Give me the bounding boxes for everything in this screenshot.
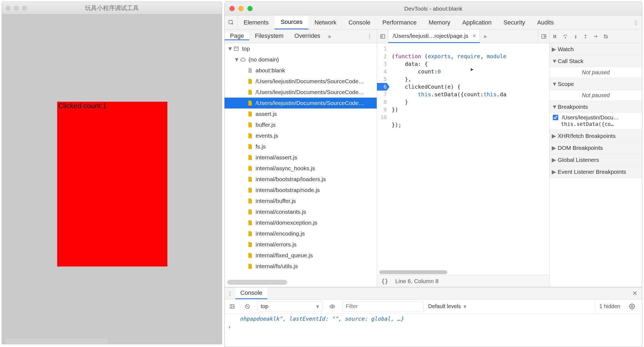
breakpoint-item[interactable]: /Users/leejustin/Docu… this.setData({co… (550, 113, 642, 130)
gutter-line[interactable]: 3 (377, 60, 387, 68)
tree-top-frame[interactable]: ▼ top (225, 43, 377, 54)
tab-elements[interactable]: Elements (238, 16, 275, 29)
breakpoint-checkbox[interactable] (553, 115, 558, 120)
gutter-line[interactable]: 5 (377, 75, 387, 83)
gutter-line[interactable]: 10 (377, 113, 387, 121)
breakpoints-section-header[interactable]: ▼Breakpoints (550, 101, 642, 113)
gutter-line[interactable]: 7 (377, 91, 387, 98)
close-drawer-icon[interactable]: ✕ (627, 290, 642, 297)
tree-file[interactable]: /Users/leejustin/Documents/SourceCode… (225, 87, 377, 98)
kebab-menu-icon[interactable]: ⋮ (630, 16, 642, 29)
tree-file[interactable]: buffer.js (225, 119, 377, 130)
traffic-zoom-icon[interactable] (247, 6, 253, 11)
app-titlebar[interactable]: 玩具小程序调试工具 (2, 2, 222, 14)
horizontal-scrollbar[interactable] (227, 280, 287, 285)
hidden-messages-count[interactable]: 1 hidden (595, 299, 625, 313)
tab-sources[interactable]: Sources (275, 16, 309, 29)
tree-file[interactable]: /Users/leejustin/Documents/SourceCode… (225, 76, 377, 87)
tree-domain[interactable]: ▼ (no domain) (225, 54, 377, 65)
tree-file[interactable]: internal/encoding.js (225, 228, 377, 239)
gutter-line[interactable]: 6 (377, 83, 387, 91)
console-output[interactable]: nhpapdoeaklk", lastEventId: "", source: … (225, 314, 642, 347)
kebab-menu-icon[interactable]: ⋮ (363, 33, 377, 40)
traffic-close-icon[interactable] (229, 6, 235, 11)
tab-performance[interactable]: Performance (376, 16, 423, 29)
show-debugger-icon[interactable] (538, 30, 549, 43)
tree-file[interactable]: assert.js (225, 109, 377, 119)
tree-file[interactable]: about:blank (225, 65, 377, 76)
global-listeners-header[interactable]: ▶Global Listeners (550, 154, 642, 166)
more-tabs-icon[interactable]: » (480, 33, 490, 39)
horizontal-scrollbar[interactable] (5, 338, 108, 344)
code-text[interactable]: (function (exports, require, module data… (389, 43, 507, 269)
live-expression-icon[interactable] (327, 303, 338, 309)
tree-file[interactable]: internal/domexception.js (225, 217, 377, 228)
tab-memory[interactable]: Memory (423, 16, 456, 29)
tree-file[interactable]: internal/buffer.js (225, 196, 377, 206)
devtools-titlebar[interactable]: DevTools - about:blank (225, 2, 642, 16)
gutter-line[interactable]: 1 (377, 45, 387, 52)
svg-point-20 (332, 306, 333, 307)
tree-file[interactable]: internal/errors.js (225, 239, 377, 250)
tree-file[interactable]: internal/constants.js (225, 206, 377, 217)
traffic-close-icon[interactable] (6, 6, 11, 11)
traffic-minimize-icon[interactable] (238, 6, 244, 11)
traffic-zoom-icon[interactable] (22, 6, 27, 11)
xhr-breakpoints-header[interactable]: ▶XHR/fetch Breakpoints (550, 130, 642, 142)
step-out-icon[interactable] (583, 34, 588, 39)
traffic-minimize-icon[interactable] (14, 6, 19, 11)
tree-file[interactable]: internal/fixed_queue.js (225, 250, 377, 261)
pretty-print-icon[interactable]: {} (381, 278, 388, 284)
clicked-count-box[interactable]: Clicked count:1 (57, 102, 167, 267)
toggle-sidebar-icon[interactable] (227, 304, 238, 309)
editor-file-tab[interactable]: /Users/leejusti…roject/page.js ✕ (388, 30, 480, 43)
step-over-icon[interactable] (563, 34, 568, 39)
show-navigator-icon[interactable] (377, 30, 388, 43)
tree-file[interactable]: events.js (225, 130, 377, 141)
tree-file[interactable]: internal/async_hooks.js (225, 163, 377, 174)
tab-application[interactable]: Application (456, 16, 498, 29)
tree-file[interactable]: internal/fs/utils.js (225, 261, 377, 272)
tree-file[interactable]: internal/bootstrap/loaders.js (225, 174, 377, 185)
tab-console[interactable]: Console (342, 16, 376, 29)
kebab-menu-icon[interactable]: ⋮ (225, 290, 235, 297)
pause-icon[interactable] (552, 34, 557, 39)
gutter-line[interactable]: 4 (377, 68, 387, 75)
tab-security[interactable]: Security (498, 16, 531, 29)
gutter-line[interactable]: 8 (377, 98, 387, 106)
dom-breakpoints-header[interactable]: ▶DOM Breakpoints (550, 142, 642, 154)
tree-file[interactable]: /Users/leejustin/Documents/SourceCode… (225, 98, 377, 109)
file-icon (246, 89, 253, 96)
tab-network[interactable]: Network (308, 16, 342, 29)
log-levels-dropdown[interactable]: Default levels▾ (428, 302, 466, 311)
tree-file[interactable]: internal/bootstrap/node.js (225, 185, 377, 196)
callstack-section-header[interactable]: ▼Call Stack (550, 55, 642, 67)
gutter-line[interactable]: 2 (377, 52, 387, 60)
navigator-tab-filesystem[interactable]: Filesystem (249, 32, 289, 39)
scope-section-header[interactable]: ▼Scope (550, 78, 642, 90)
console-filter-input[interactable] (342, 302, 424, 311)
watch-section-header[interactable]: ▶Watch (550, 43, 642, 55)
event-listener-breakpoints-header[interactable]: ▶Event Listener Breakpoints (550, 166, 642, 178)
execution-context-dropdown[interactable]: top▾ (257, 302, 323, 311)
close-tab-icon[interactable]: ✕ (472, 33, 476, 39)
deactivate-breakpoints-icon[interactable] (603, 34, 608, 39)
console-settings-icon[interactable] (629, 303, 640, 309)
clear-console-icon[interactable] (242, 304, 253, 309)
file-icon (246, 165, 253, 172)
gutter-line[interactable]: 9 (377, 106, 387, 113)
line-gutter[interactable]: 12345678910 (377, 43, 389, 269)
console-tab[interactable]: Console (235, 287, 267, 299)
navigator-tab-overrides[interactable]: Overrides (289, 32, 326, 39)
more-tabs-icon[interactable]: » (326, 33, 333, 39)
tree-file[interactable]: internal/assert.js (225, 152, 377, 163)
inspect-element-icon[interactable] (225, 16, 238, 29)
tree-file[interactable]: fs.js (225, 141, 377, 152)
step-icon[interactable] (593, 34, 598, 39)
code-editor[interactable]: 12345678910 (function (exports, require,… (377, 43, 549, 269)
tab-audits[interactable]: Audits (531, 16, 560, 29)
navigator-tab-page[interactable]: Page (225, 32, 249, 40)
file-tree[interactable]: ▼ top ▼ (no domain) (225, 43, 377, 278)
step-into-icon[interactable] (574, 34, 578, 39)
editor-horizontal-scrollbar[interactable] (377, 269, 549, 275)
